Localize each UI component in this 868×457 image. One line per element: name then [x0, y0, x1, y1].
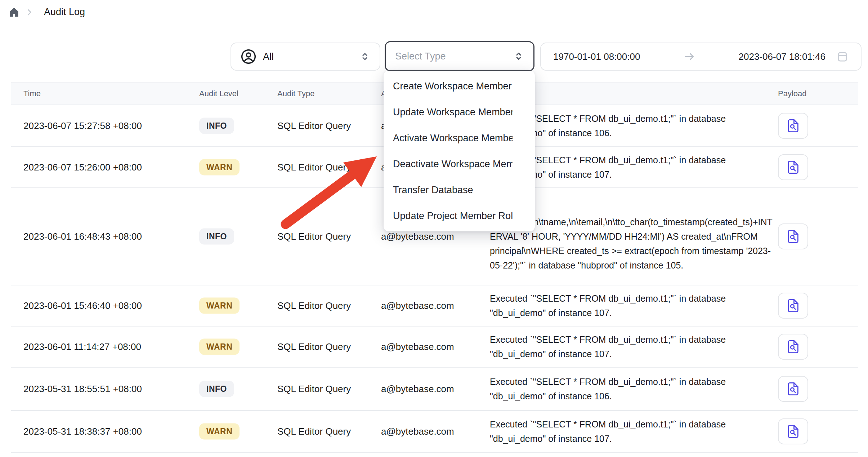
comment-cell: Executed `"SELECT * FROM db_ui_demo.t1;"…	[490, 332, 773, 361]
payload-button[interactable]	[778, 113, 808, 139]
file-search-icon	[786, 424, 800, 439]
chevrons-up-down-icon	[359, 51, 370, 62]
audit-type-cell: SQL Editor Query	[277, 161, 351, 173]
type-menu-item-label: Update Project Member Role	[393, 210, 513, 222]
audit-level-cell: WARN	[199, 423, 240, 440]
date-range-start[interactable]: 1970-01-01 08:00:00	[553, 51, 640, 62]
actor-cell: a@bytebase.com	[381, 231, 454, 242]
payload-button[interactable]	[778, 334, 808, 360]
time-cell: 2023-06-07 15:26:00 +08:00	[23, 161, 142, 173]
type-menu-item-label: Deactivate Workspace Member	[393, 159, 513, 170]
col-header-level: Audit Level	[199, 89, 238, 98]
time-cell: 2023-05-31 18:38:37 +08:00	[23, 426, 142, 437]
payload-cell	[778, 113, 808, 139]
comment-cell: Executed `"SELECT * FROM db_ui_demo.t1;"…	[490, 291, 773, 320]
payload-cell	[778, 293, 808, 319]
type-menu-item-label: Activate Workspace Member	[393, 133, 513, 144]
chevron-right-icon	[24, 8, 34, 17]
type-menu-item[interactable]: Activate Workspace Member	[384, 125, 535, 151]
audit-log-page: Audit Log All Select Type 1970-01-01	[0, 0, 868, 457]
audit-level-cell: WARN	[199, 159, 240, 175]
audit-level-cell: INFO	[199, 117, 234, 134]
type-menu-item[interactable]: Create Workspace Member	[384, 73, 535, 99]
actor-cell: a@bytebase.com	[381, 426, 454, 437]
actor-filter-select[interactable]: All	[231, 43, 380, 71]
audit-level-cell: INFO	[199, 381, 234, 397]
payload-cell	[778, 376, 808, 402]
payload-button[interactable]	[778, 223, 808, 249]
payload-button[interactable]	[778, 293, 808, 319]
actor-cell: a@bytebase.com	[381, 300, 454, 311]
type-filter-placeholder: Select Type	[395, 51, 446, 62]
table-row: 2023-05-31 18:38:37 +08:00WARNSQL Editor…	[11, 411, 858, 453]
payload-cell	[778, 223, 808, 249]
audit-level-badge: INFO	[199, 117, 234, 134]
audit-type-cell: SQL Editor Query	[277, 300, 351, 311]
type-menu-item[interactable]: Update Project Member Role	[384, 203, 535, 229]
payload-cell	[778, 418, 808, 444]
audit-type-cell: SQL Editor Query	[277, 341, 351, 352]
payload-button[interactable]	[778, 376, 808, 402]
type-menu-item[interactable]: Update Workspace Member	[384, 99, 535, 125]
file-search-icon	[786, 340, 800, 354]
table-row: 2023-06-01 11:14:27 +08:00WARNSQL Editor…	[11, 327, 858, 368]
audit-type-cell: SQL Editor Query	[277, 120, 351, 131]
audit-level-cell: INFO	[199, 228, 234, 245]
time-cell: 2023-05-31 18:55:51 +08:00	[23, 383, 142, 395]
date-range-end[interactable]: 2023-06-07 18:01:46	[739, 51, 826, 62]
chevrons-up-down-icon	[513, 51, 524, 62]
payload-cell	[778, 154, 808, 180]
table-row: 2023-05-31 18:55:51 +08:00INFOSQL Editor…	[11, 368, 858, 411]
calendar-icon	[836, 50, 849, 63]
table-row: 2023-06-01 15:46:40 +08:00WARNSQL Editor…	[11, 285, 858, 327]
comment-cell: Executed `"SELECT * FROM db_ui_demo.t1;"…	[490, 417, 773, 446]
file-search-icon	[786, 382, 800, 396]
audit-type-cell: SQL Editor Query	[277, 383, 351, 395]
payload-button[interactable]	[778, 418, 808, 444]
file-search-icon	[786, 119, 800, 133]
arrow-right-icon	[683, 50, 695, 63]
audit-level-badge: WARN	[199, 339, 240, 355]
audit-level-cell: WARN	[199, 298, 240, 314]
payload-button[interactable]	[778, 154, 808, 180]
file-search-icon	[786, 298, 800, 313]
type-menu-item-label: Create Workspace Member	[393, 81, 513, 92]
type-menu-item[interactable]: Transfer Database	[384, 177, 535, 203]
time-cell: 2023-06-01 11:14:27 +08:00	[23, 341, 141, 352]
file-search-icon	[786, 229, 800, 244]
next-row-sliver	[11, 453, 858, 457]
audit-type-cell: SQL Editor Query	[277, 231, 351, 242]
time-cell: 2023-06-07 15:27:58 +08:00	[23, 120, 142, 131]
actor-cell: a@bytebase.com	[381, 383, 454, 395]
page-title: Audit Log	[39, 6, 85, 18]
audit-level-badge: INFO	[199, 228, 234, 245]
time-cell: 2023-06-01 15:46:40 +08:00	[23, 300, 142, 311]
circle-user-icon	[241, 49, 256, 65]
type-menu-item-label: Transfer Database	[393, 185, 513, 196]
actor-filter-value: All	[263, 51, 274, 62]
breadcrumb: Audit Log	[9, 6, 85, 18]
type-menu-item[interactable]: Deactivate Workspace Member	[384, 151, 535, 177]
date-range-picker[interactable]: 1970-01-01 08:00:00 2023-06-07 18:01:46	[540, 43, 862, 71]
audit-level-badge: WARN	[199, 159, 240, 175]
type-select-dropdown: Create Workspace MemberUpdate Workspace …	[384, 71, 535, 231]
audit-level-badge: INFO	[199, 381, 234, 397]
type-filter-select[interactable]: Select Type	[385, 41, 534, 71]
col-header-type: Audit Type	[277, 89, 315, 98]
home-icon[interactable]	[9, 7, 19, 18]
audit-type-cell: SQL Editor Query	[277, 426, 351, 437]
time-cell: 2023-06-01 16:48:43 +08:00	[23, 231, 142, 242]
col-header-time: Time	[23, 89, 41, 98]
audit-level-badge: WARN	[199, 298, 240, 314]
payload-cell	[778, 334, 808, 360]
col-header-payload: Payload	[778, 89, 807, 98]
type-menu-item-label: Update Workspace Member	[393, 107, 513, 118]
file-search-icon	[786, 160, 800, 174]
audit-level-badge: WARN	[199, 423, 240, 440]
comment-cell: Executed `"SELECT * FROM db_ui_demo.t1;"…	[490, 374, 773, 403]
audit-level-cell: WARN	[199, 339, 240, 355]
actor-cell: a@bytebase.com	[381, 341, 454, 352]
